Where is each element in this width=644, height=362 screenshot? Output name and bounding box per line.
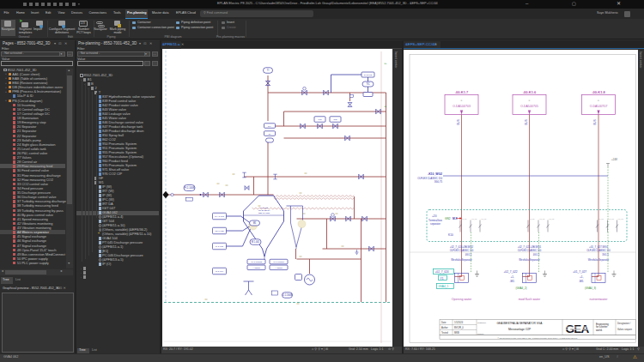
svg-text:separator: separator xyxy=(430,222,440,226)
svg-text:+02_7_024: +02_7_024 xyxy=(435,270,449,274)
svg-text:TI: TI xyxy=(266,69,269,72)
svg-text:Project: Project xyxy=(477,332,484,334)
svg-text:PI: PI xyxy=(268,133,270,136)
svg-text:world.: world. xyxy=(596,328,603,331)
svg-text:M5: M5 xyxy=(252,221,256,225)
svg-text:OLFLEX CLASSIC 110: OLFLEX CLASSIC 110 xyxy=(586,249,611,252)
svg-text:TI 2-145: TI 2-145 xyxy=(363,74,372,76)
svg-text:O-DA5J4/707: O-DA5J4/707 xyxy=(590,104,608,107)
svg-text:K10: K10 xyxy=(448,232,453,236)
svg-text:+1,: +1, xyxy=(511,275,515,278)
svg-text:Date: Date xyxy=(441,321,447,324)
svg-text:SEPARATOR: SEPARATOR xyxy=(258,212,270,214)
svg-text:=+: =+ xyxy=(384,106,387,108)
svg-text:=: = xyxy=(529,99,531,102)
svg-text:TI 1-x04: TI 1-x04 xyxy=(215,270,223,273)
svg-text:mod flush water: mod flush water xyxy=(519,297,541,300)
svg-text:-00-K1.7: -00-K1.7 xyxy=(455,89,469,94)
svg-text:GN2: GN2 xyxy=(445,216,451,220)
svg-text:oo: oo xyxy=(302,213,305,215)
svg-text:Designation /: Designation / xyxy=(617,321,630,324)
svg-text:+01_7_027: +01_7_027 xyxy=(573,269,586,273)
svg-text:BUS: BUS xyxy=(525,119,528,124)
svg-text:OLFLEX CLASSIC 110: OLFLEX CLASSIC 110 xyxy=(518,249,542,252)
svg-text:(GVA4_2): (GVA4_2) xyxy=(516,286,527,289)
svg-text:=+: =+ xyxy=(384,63,387,65)
svg-text:+02_7_022: +02_7_022 xyxy=(504,269,518,273)
svg-text:+05_PE: +05_PE xyxy=(608,217,615,220)
svg-text:PIA: PIA xyxy=(267,125,270,128)
svg-text:-M1: -M1 xyxy=(579,280,584,283)
svg-text:XL 1-001S5: XL 1-001S5 xyxy=(250,261,262,263)
svg-text:+02_7_022+3B-WG1: +02_7_022+3B-WG1 xyxy=(518,244,542,248)
svg-text:-M1: -M1 xyxy=(510,280,515,283)
svg-text:oo: oo xyxy=(216,183,219,185)
svg-text:(GVA4_3): (GVA4_3) xyxy=(585,286,596,289)
svg-text:Tested: Tested xyxy=(441,331,448,335)
svg-text:O-DA5J4/705: O-DA5J4/705 xyxy=(520,104,538,107)
svg-text:WF 20 SE CH: WF 20 SE CH xyxy=(258,209,270,211)
svg-text:1/1/2024: 1/1/2024 xyxy=(454,321,464,324)
svg-text:M 1-001: M 1-001 xyxy=(251,240,259,244)
svg-text:LIA 1-x01: LIA 1-x01 xyxy=(215,215,224,218)
svg-text:+01_7_027-WG1: +01_7_027-WG1 xyxy=(589,244,608,248)
svg-text:oo: oo xyxy=(299,192,301,195)
svg-text:Messeanlage O2P: Messeanlage O2P xyxy=(508,328,531,331)
svg-text:PIC: PIC xyxy=(333,118,337,121)
svg-text:© This document is COPYRIGHTED: © This document is COPYRIGHTED by GEA We… xyxy=(497,336,578,338)
svg-text:oo: oo xyxy=(232,173,234,176)
svg-text:+05_PE: +05_PE xyxy=(539,217,546,220)
svg-text:oo: oo xyxy=(225,184,228,187)
svg-text:O-DA5J4/703: O-DA5J4/703 xyxy=(453,104,471,107)
svg-text:Westfalia Separator: Westfalia Separator xyxy=(519,257,540,261)
svg-text:oo: oo xyxy=(296,303,299,305)
svg-text:A-120M: A-120M xyxy=(275,267,283,269)
svg-text:-00-K1.8: -00-K1.8 xyxy=(592,89,605,94)
svg-text:+24V: +24V xyxy=(611,157,617,160)
svg-text:+20: +20 xyxy=(432,214,437,217)
svg-text:Valves sequen: Valves sequen xyxy=(617,328,632,331)
svg-text:Westfalia Separator: Westfalia Separator xyxy=(451,257,472,261)
svg-text:-K10_WG2: -K10_WG2 xyxy=(428,172,442,175)
svg-text:oo: oo xyxy=(304,172,307,175)
svg-text:BUS: BUS xyxy=(593,119,597,124)
svg-text:+02_7_024+3B-WG2: +02_7_024+3B-WG2 xyxy=(450,244,474,248)
svg-text:+05_PE: +05_PE xyxy=(471,217,478,220)
svg-text:+1,: +1, xyxy=(580,275,584,278)
svg-text:OLFLEX CLASSIC 110: OLFLEX CLASSIC 110 xyxy=(450,249,474,252)
svg-text:+05_PE: +05_PE xyxy=(617,217,624,220)
svg-text:oo: oo xyxy=(204,299,207,301)
svg-text:GEA WESTFALIA SEPARATOR VGA: GEA WESTFALIA SEPARATOR VGA xyxy=(497,322,544,325)
svg-text:=: = xyxy=(598,99,599,102)
svg-text:Terminal box: Terminal box xyxy=(428,218,442,221)
svg-text:LI 2-160B: LI 2-160B xyxy=(282,293,292,297)
svg-text:FI 2-140B: FI 2-140B xyxy=(184,186,194,190)
svg-text:oo: oo xyxy=(299,256,301,258)
svg-text:oo: oo xyxy=(335,213,337,215)
svg-text:3G0,75: 3G0,75 xyxy=(434,179,443,183)
svg-text:BVC/R_0: BVC/R_0 xyxy=(454,326,464,329)
svg-text:oo: oo xyxy=(341,245,343,248)
svg-text:=: = xyxy=(461,99,463,102)
svg-text:MKB: MKB xyxy=(454,331,459,335)
svg-text:LS 1-x02: LS 1-x02 xyxy=(215,230,224,232)
svg-text:FIC: FIC xyxy=(318,118,321,121)
svg-text:GVA4_1: GVA4_1 xyxy=(439,285,449,288)
svg-text:+05_PE: +05_PE xyxy=(549,217,556,220)
svg-text:Opening water: Opening water xyxy=(452,297,472,300)
svg-text:A-120M: A-120M xyxy=(252,267,260,269)
svg-text:Customer: Customer xyxy=(477,321,486,323)
svg-text:Author: Author xyxy=(441,326,448,329)
svg-text:XL 1-001S9: XL 1-001S9 xyxy=(272,261,284,263)
svg-text:Westfalia Separator: Westfalia Separator xyxy=(588,257,610,261)
svg-text:TIC: TIC xyxy=(366,82,369,86)
svg-text:-00-K1.6: -00-K1.6 xyxy=(523,89,537,94)
svg-text:LI 1-x03: LI 1-x03 xyxy=(215,245,223,248)
svg-text:+05_PE: +05_PE xyxy=(481,217,488,220)
svg-text:BUS: BUS xyxy=(457,119,460,124)
svg-text:Y1: Y1 xyxy=(440,276,444,280)
svg-text:nutrientwater: nutrientwater xyxy=(590,297,609,300)
